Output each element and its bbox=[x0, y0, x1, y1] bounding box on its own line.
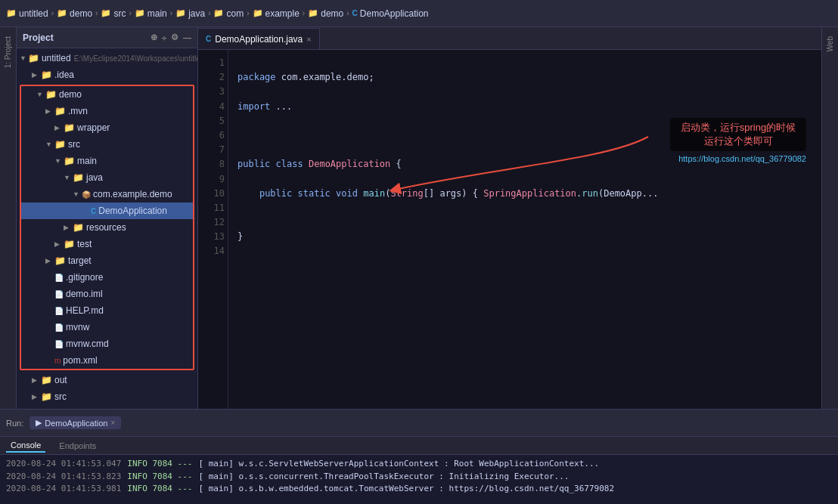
log-line-3: 2020-08-24 01:41:53.981 INFO 7084 --- [ … bbox=[6, 483, 832, 496]
tree-item-demo[interactable]: ▼ 📁 demo bbox=[21, 86, 193, 103]
tree-item-DemoApplication[interactable]: C DemoApplication bbox=[21, 203, 193, 219]
tree-label: DemoApplication bbox=[98, 206, 167, 216]
tree-item-test-root[interactable]: ▶ 📁 test bbox=[17, 405, 197, 409]
tree-label: target bbox=[68, 255, 92, 266]
tree-arrow: ▶ bbox=[32, 376, 39, 384]
tree-item-resources[interactable]: ▶ 📁 resources bbox=[21, 219, 193, 236]
project-panel-header: Project ⊕ ÷ ⚙ — bbox=[17, 27, 197, 48]
folder-icon: 📁 bbox=[135, 8, 145, 18]
folder-icon: 📁 bbox=[175, 8, 186, 18]
tree-item-idea[interactable]: ▶ 📁 .idea bbox=[17, 66, 197, 83]
mvn-icon: m bbox=[54, 357, 61, 365]
sidebar-strip: 1: Project bbox=[0, 27, 17, 409]
folder-icon: 📁 bbox=[54, 139, 66, 150]
divide-icon[interactable]: ÷ bbox=[162, 33, 166, 42]
tree-label: .gitignore bbox=[66, 272, 103, 283]
bottom-console: Console Endpoints 2020-08-24 01:41:53.04… bbox=[0, 436, 838, 504]
run-label: Run: bbox=[6, 419, 23, 428]
editor-content: 12345 678910 11121314 package com.exampl… bbox=[198, 50, 821, 409]
console-tabs: Console Endpoints bbox=[0, 437, 838, 455]
log-level: INFO 7084 --- bbox=[127, 458, 192, 471]
folder-icon: 📁 bbox=[41, 408, 52, 409]
tree-item-src-root[interactable]: ▶ 📁 src bbox=[17, 388, 197, 405]
tree-item-target[interactable]: ▶ 📁 target bbox=[21, 252, 193, 269]
tree-item-test-src[interactable]: ▶ 📁 test bbox=[21, 236, 193, 252]
file-icon: 📄 bbox=[54, 274, 64, 282]
tree-arrow: ▼ bbox=[45, 141, 53, 148]
tree-arrow: ▼ bbox=[73, 190, 80, 198]
tree-item-src[interactable]: ▼ 📁 src bbox=[21, 136, 193, 153]
tree-label: src bbox=[54, 391, 67, 402]
log-line-2: 2020-08-24 01:41:53.823 INFO 7084 --- [ … bbox=[6, 471, 832, 484]
folder-icon: 📁 bbox=[54, 106, 66, 116]
tree-item-mvn[interactable]: ▶ 📁 .mvn bbox=[21, 103, 193, 119]
class-icon: C bbox=[352, 9, 358, 17]
folder-icon: 📁 bbox=[41, 391, 52, 402]
folder-icon: 📁 bbox=[213, 8, 224, 18]
console-tab-console[interactable]: Console bbox=[6, 439, 45, 453]
folder-icon: 📁 bbox=[57, 8, 67, 18]
web-strip: Web bbox=[821, 27, 838, 409]
breadcrumb: 📁 untitled › 📁 demo › 📁 src › 📁 main › 📁… bbox=[6, 8, 429, 19]
tree-arrow: ▶ bbox=[64, 224, 71, 231]
tree-item-demo-iml[interactable]: 📄 demo.iml bbox=[21, 286, 193, 302]
tree-item-pom-xml[interactable]: m pom.xml bbox=[21, 352, 193, 369]
tree-item-com-example-demo[interactable]: ▼ 📦 com.example.demo bbox=[21, 186, 193, 203]
tree-arrow: ▼ bbox=[36, 91, 44, 98]
tree-item-mvnw[interactable]: 📄 mvnw bbox=[21, 319, 193, 335]
folder-icon: 📁 bbox=[64, 156, 75, 166]
tree-arrow: ▼ bbox=[54, 157, 62, 165]
breadcrumb-java[interactable]: 📁 java bbox=[175, 8, 205, 19]
settings-icon[interactable]: ⚙ bbox=[171, 32, 178, 42]
web-strip-label[interactable]: Web bbox=[826, 36, 834, 51]
tree-item-mvnw-cmd[interactable]: 📄 mvnw.cmd bbox=[21, 335, 193, 352]
breadcrumb-src[interactable]: 📁 src bbox=[101, 8, 126, 19]
tab-close-button[interactable]: × bbox=[306, 35, 311, 44]
code-view[interactable]: package com.example.demo; import ... pub… bbox=[228, 50, 821, 409]
breadcrumb-DemoApplication[interactable]: C DemoApplication bbox=[352, 8, 429, 19]
breadcrumb-example[interactable]: 📁 example bbox=[253, 8, 300, 19]
tree-item-gitignore[interactable]: 📄 .gitignore bbox=[21, 269, 193, 286]
file-icon: 📄 bbox=[54, 323, 64, 332]
run-tab-close[interactable]: × bbox=[110, 419, 115, 427]
tree-item-wrapper[interactable]: ▶ 📁 wrapper bbox=[21, 119, 193, 136]
folder-icon: 📁 bbox=[64, 239, 75, 249]
editor-tab-DemoApplication[interactable]: C DemoApplication.java × bbox=[198, 28, 320, 49]
sidebar-label[interactable]: 1: Project bbox=[4, 36, 12, 68]
minimize-icon[interactable]: — bbox=[183, 33, 191, 42]
project-panel: Project ⊕ ÷ ⚙ — ▼ 📁 untitled E:\MyEclips… bbox=[17, 27, 198, 409]
folder-icon: 📁 bbox=[101, 8, 111, 18]
tree-label: resources bbox=[86, 222, 126, 233]
console-tab-endpoints[interactable]: Endpoints bbox=[54, 440, 101, 452]
run-tab-DemoApplication[interactable]: ▶ DemoApplication × bbox=[29, 416, 121, 429]
breadcrumb-demo2[interactable]: 📁 demo bbox=[308, 8, 343, 19]
project-header-label: Project bbox=[23, 32, 54, 43]
tree-arrow: ▶ bbox=[45, 257, 53, 264]
tree-label: src bbox=[68, 139, 80, 150]
breadcrumb-main[interactable]: 📁 main bbox=[135, 8, 167, 19]
tree-label: pom.xml bbox=[63, 355, 97, 366]
tree-arrow: ▼ bbox=[64, 174, 71, 181]
tree-item-java[interactable]: ▼ 📁 java bbox=[21, 169, 193, 186]
breadcrumb-com[interactable]: 📁 com bbox=[213, 8, 244, 19]
log-level: INFO 7084 --- bbox=[127, 483, 192, 496]
tree-root-untitled[interactable]: ▼ 📁 untitled E:\MyEclipse2014\Workspaces… bbox=[17, 50, 197, 66]
tree-label: HELP.md bbox=[66, 305, 104, 316]
folder-icon: 📁 bbox=[253, 8, 263, 18]
folder-icon: 📁 bbox=[41, 375, 52, 385]
sync-icon[interactable]: ⊕ bbox=[151, 32, 157, 42]
tree-arrow: ▶ bbox=[54, 240, 62, 248]
folder-icon: 📁 bbox=[41, 70, 52, 80]
breadcrumb-untitled[interactable]: 📁 untitled bbox=[6, 8, 48, 19]
tree-item-main[interactable]: ▼ 📁 main bbox=[21, 153, 193, 169]
breadcrumb-demo[interactable]: 📁 demo bbox=[57, 8, 92, 19]
md-icon: 📄 bbox=[54, 307, 64, 315]
tree-item-help-md[interactable]: 📄 HELP.md bbox=[21, 302, 193, 319]
tree-label: demo bbox=[59, 89, 82, 100]
folder-icon: 📁 bbox=[308, 8, 318, 18]
folder-icon: 📁 bbox=[28, 53, 39, 63]
console-output: 2020-08-24 01:41:53.047 INFO 7084 --- [ … bbox=[0, 455, 838, 504]
tree-item-out[interactable]: ▶ 📁 out bbox=[17, 372, 197, 388]
tree-arrow: ▶ bbox=[54, 124, 62, 131]
top-breadcrumb-bar: 📁 untitled › 📁 demo › 📁 src › 📁 main › 📁… bbox=[0, 0, 838, 27]
